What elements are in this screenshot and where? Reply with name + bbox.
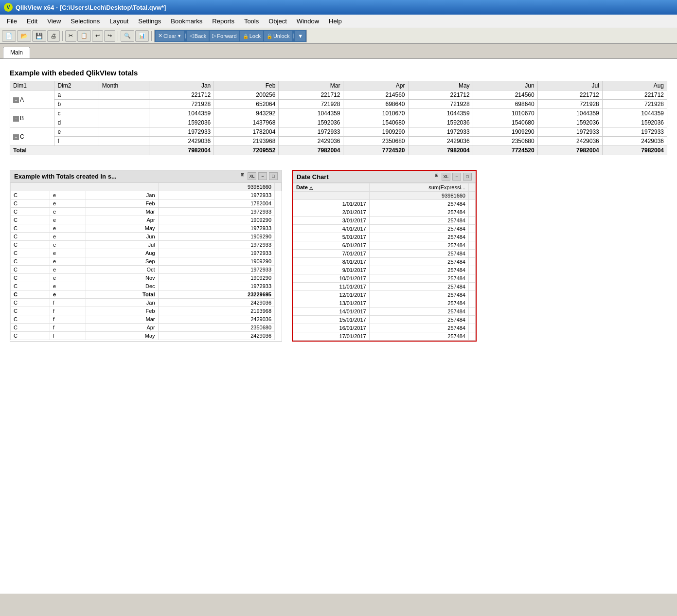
forward-button[interactable]: ▷ Forward [210,31,239,41]
left-dim1: C [11,249,50,257]
scroll-spacer [469,200,476,208]
toolbar-redo[interactable]: ↪ [104,30,115,42]
col-apr: Apr [343,81,408,91]
date-cell: 4/01/2017 [293,225,370,233]
left-dim2: f [50,299,86,307]
month-cell [99,127,149,137]
toolbar-cut[interactable]: ✂ [65,30,76,42]
value-cell: 1592036 [602,118,667,127]
collapse-btn[interactable]: − [13,97,19,103]
menu-layout[interactable]: Layout [105,15,133,28]
menu-edit[interactable]: Edit [22,15,42,28]
left-value: 2429036 [158,332,274,340]
date-cell: 15/01/2017 [293,316,370,324]
right-panel-max-btn[interactable]: □ [463,173,472,181]
right-panel-scroll-col [469,183,476,192]
scroll-spacer [469,266,476,274]
total-value-cell: 7982004 [149,146,214,155]
left-dim1: C [11,324,50,332]
value-cell: 698640 [343,100,408,109]
total-value-cell: 7982004 [602,146,667,155]
scroll-spacer [469,274,476,283]
clear-button[interactable]: ✕ Clear ▼ [156,31,184,41]
value-cell: 2429036 [279,137,343,146]
date-cell: 17/01/2017 [293,332,370,341]
left-panel-min-btn[interactable]: − [258,172,267,180]
menu-reports[interactable]: Reports [207,15,239,28]
value-cell: 1044359 [408,109,473,118]
value-cell: 1592036 [408,118,473,127]
menu-view[interactable]: View [42,15,66,28]
back-button[interactable]: ◁ Back [187,31,209,41]
value-cell: 2429036 [537,137,602,146]
left-dim2: f [50,315,86,324]
toolbar-new[interactable]: 📄 [2,30,16,42]
list-item: CfMar2429036 [11,315,282,324]
dim2-cell: a [54,91,99,100]
toolbar-extra-dropdown[interactable]: ▼ [295,31,305,41]
left-dim2: e [50,199,86,208]
toolbar-print[interactable]: 🖨 [47,30,60,42]
list-item: CeJul1972933 [11,241,282,249]
value-cell: 1972933 [149,127,214,137]
col-jan: Jan [149,81,214,91]
toolbar-copy[interactable]: 📋 [77,30,91,42]
menu-selections[interactable]: Selections [66,15,105,28]
table-row: 3/01/2017257484 [293,217,476,225]
menu-window[interactable]: Window [292,15,324,28]
date-cell: 7/01/2017 [293,250,370,258]
value-cell: 1592036 [279,118,343,127]
toolbar-search[interactable]: 🔍 [121,30,134,42]
left-panel-max-btn[interactable]: □ [269,172,278,180]
left-month: Apr [86,216,158,224]
menu-file[interactable]: File [2,15,22,28]
date-cell: 13/01/2017 [293,299,370,308]
value-cell: 698640 [473,100,537,109]
menu-tools[interactable]: Tools [239,15,264,28]
right-panel-col1-header: Date △ [293,183,370,192]
menu-bar: File Edit View Selections Layout Setting… [0,15,677,28]
value-cell: 1592036 [149,118,214,127]
right-panel-table-icon: ⊞ [435,173,439,181]
toolbar-chart[interactable]: 📊 [135,30,149,42]
tab-main[interactable]: Main [3,47,30,58]
left-panel-table-icon: ⊞ [241,172,245,180]
value-cell: 257484 [369,250,468,258]
unlock-button[interactable]: Unlock [264,31,292,41]
right-panel-min-btn[interactable]: − [452,173,461,181]
toolbar-save[interactable]: 💾 [32,30,46,42]
menu-help[interactable]: Help [324,15,347,28]
right-panel-xl-btn[interactable]: XL [442,173,450,181]
menu-object[interactable]: Object [264,15,292,28]
left-dim1: C [11,266,50,274]
date-cell: 5/01/2017 [293,233,370,241]
menu-bookmarks[interactable]: Bookmarks [166,15,207,28]
left-panel-xl-btn[interactable]: XL [248,172,256,180]
lock-button[interactable]: Lock [240,31,263,41]
left-dim1: C [11,224,50,233]
menu-settings[interactable]: Settings [133,15,166,28]
right-panel-total-value: 93981660 [369,192,468,200]
right-panel-title: Date Chart [297,173,329,181]
scroll-spacer [469,241,476,250]
table-row: 14/01/2017257484 [293,308,476,316]
collapse-btn[interactable]: − [13,134,19,140]
collapse-btn[interactable]: − [13,116,19,122]
list-item: CfJan2429036 [11,299,282,307]
forward-icon: ▷ [212,33,216,39]
toolbar-undo[interactable]: ↩ [92,30,103,42]
left-month: Aug [86,249,158,257]
list-item: CeMar1972933 [11,208,282,216]
scroll-spacer [469,217,476,225]
value-cell: 221712 [602,91,667,100]
left-panel-title: Example with Totals created in s... [14,173,117,180]
left-dim2: f [50,332,86,340]
value-cell: 257484 [369,225,468,233]
left-value: 1782004 [158,199,274,208]
right-panel-col2-header: sum(Expressi... [369,183,468,192]
left-value: 2193968 [158,307,274,315]
toolbar-open[interactable]: 📂 [17,30,31,42]
total-label: Total [10,146,149,155]
month-cell [99,137,149,146]
table-row: 8/01/2017257484 [293,258,476,266]
